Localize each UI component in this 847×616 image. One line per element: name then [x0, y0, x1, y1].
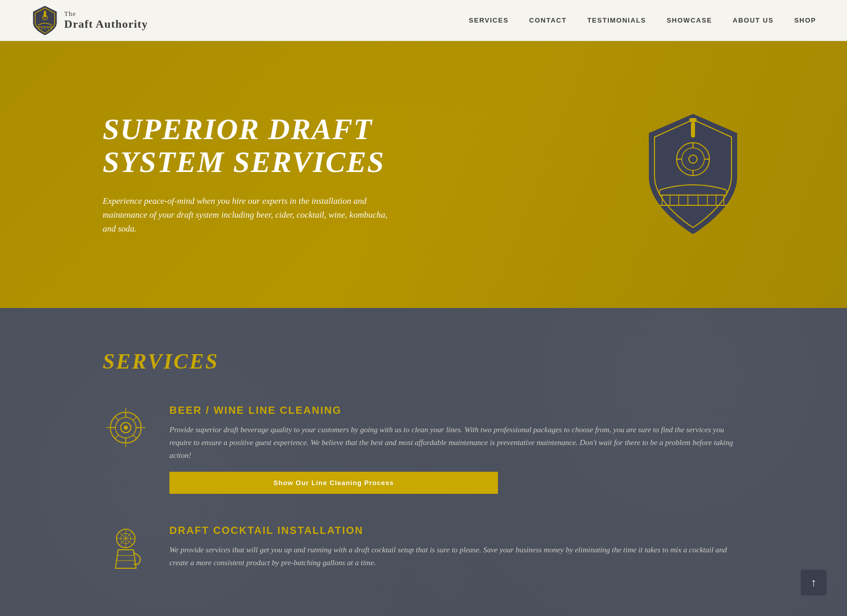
svg-line-35 [115, 417, 119, 420]
line-cleaning-icon [105, 407, 146, 448]
service-title-cocktail: DRAFT COCKTAIL INSTALLATION [169, 525, 744, 536]
hero-text: SUPERIOR DRAFT SYSTEM SERVICES Experienc… [103, 113, 400, 236]
service-item-cocktail: DRAFT COCKTAIL INSTALLATION We provide s… [103, 525, 744, 580]
svg-point-43 [117, 529, 135, 548]
svg-line-37 [133, 417, 137, 420]
service-icon-beer-wine [103, 405, 149, 448]
svg-line-38 [115, 435, 119, 438]
service-title-beer-wine: BEER / WINE LINE CLEANING [169, 405, 744, 416]
service-content-cocktail: DRAFT COCKTAIL INSTALLATION We provide s… [169, 525, 744, 580]
service-icon-cocktail [103, 525, 149, 573]
svg-rect-8 [689, 118, 697, 122]
hero-heading: SUPERIOR DRAFT SYSTEM SERVICES [103, 113, 400, 179]
service-item-beer-wine: BEER / WINE LINE CLEANING Provide superi… [103, 405, 744, 494]
svg-point-30 [124, 426, 128, 430]
svg-line-48 [119, 532, 132, 545]
svg-line-47 [119, 532, 132, 545]
line-cleaning-button[interactable]: Show Our Line Cleaning Process [169, 472, 498, 494]
svg-point-44 [121, 533, 131, 544]
hero-description: Experience peace-of-mind when you hire o… [103, 194, 400, 236]
svg-point-27 [110, 412, 141, 443]
svg-point-29 [121, 422, 131, 433]
services-section: SERVICES [0, 308, 847, 616]
service-desc-cocktail: We provide services that will get you up… [169, 544, 744, 569]
svg-point-28 [116, 417, 136, 438]
cocktail-icon [105, 527, 146, 573]
services-section-title: SERVICES [103, 349, 744, 374]
hero-shield-emblem [642, 110, 744, 239]
service-desc-beer-wine: Provide superior draft beverage quality … [169, 424, 744, 461]
hero-content: SUPERIOR DRAFT SYSTEM SERVICES Experienc… [0, 69, 847, 280]
service-content-beer-wine: BEER / WINE LINE CLEANING Provide superi… [169, 405, 744, 494]
scroll-top-icon: ↑ [811, 577, 817, 588]
hero-section: SUPERIOR DRAFT SYSTEM SERVICES Experienc… [0, 41, 847, 308]
scroll-to-top-button[interactable]: ↑ [801, 570, 826, 595]
svg-line-36 [133, 435, 137, 438]
svg-rect-9 [691, 122, 695, 138]
